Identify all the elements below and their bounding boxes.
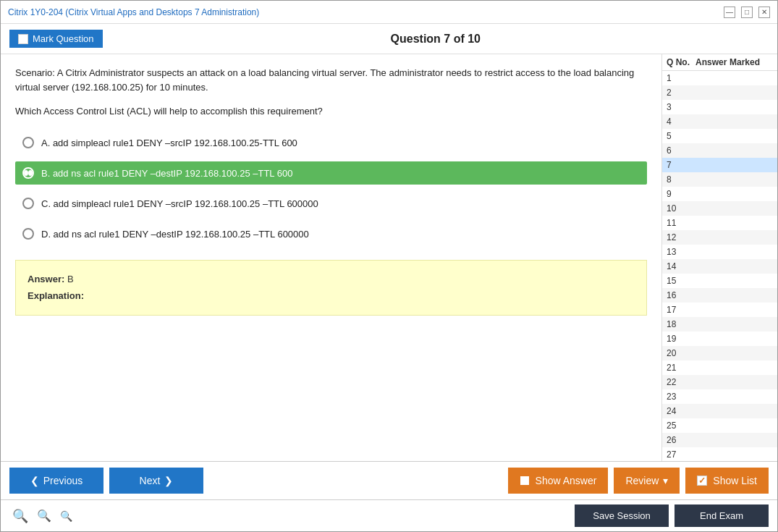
sidebar-q-num: 24	[667, 406, 695, 416]
sidebar-q-num: 5	[667, 131, 695, 141]
sidebar-q-num: 20	[667, 348, 695, 358]
sidebar-row[interactable]: 26	[662, 433, 777, 447]
sidebar-row[interactable]: 17	[662, 303, 777, 317]
mark-question-button[interactable]: Mark Question	[9, 30, 103, 48]
sidebar-row[interactable]: 22	[662, 375, 777, 389]
sidebar-row[interactable]: 21	[662, 360, 777, 375]
col-marked: Marked	[730, 57, 773, 67]
col-answer: Answer	[695, 57, 730, 67]
question-prompt: Which Access Control List (ACL) will hel…	[15, 106, 647, 117]
mark-question-label: Mark Question	[33, 33, 94, 44]
sidebar-row[interactable]: 25	[662, 418, 777, 433]
minimize-button[interactable]: —	[724, 7, 735, 18]
answer-label: Answer:	[28, 274, 64, 284]
sidebar-q-num: 16	[667, 290, 695, 300]
maximize-button[interactable]: □	[741, 7, 753, 18]
show-answer-label: Show Answer	[536, 475, 597, 486]
zoom-in-button[interactable]: 🔍	[57, 509, 75, 523]
option-b[interactable]: B. add ns acl rule1 DENY –destIP 192.168…	[15, 161, 647, 185]
end-exam-label: End Exam	[700, 510, 743, 521]
sidebar-q-num: 11	[667, 218, 695, 228]
sidebar-row[interactable]: 8	[662, 172, 777, 187]
title-bar: Citrix 1Y0-204 (Citrix Virtual Apps and …	[1, 1, 777, 24]
sidebar-q-num: 13	[667, 247, 695, 257]
sidebar-q-num: 22	[667, 377, 695, 387]
sidebar-row[interactable]: 5	[662, 129, 777, 143]
top-bar: Mark Question Question 7 of 10	[1, 24, 777, 54]
answer-box: Answer: B Explanation:	[15, 260, 647, 316]
sidebar-q-num: 18	[667, 319, 695, 329]
option-c[interactable]: C. add simpleacl rule1 DENY –srcIP 192.1…	[15, 192, 647, 215]
sidebar-row[interactable]: 18	[662, 317, 777, 332]
sidebar-row[interactable]: 16	[662, 288, 777, 303]
sidebar-q-num: 10	[667, 203, 695, 214]
review-chevron: ▾	[663, 475, 668, 486]
sidebar-q-num: 19	[667, 334, 695, 344]
sidebar-q-num: 2	[667, 88, 695, 98]
main-body: Scenario: A Citrix Administrator suspect…	[1, 54, 777, 461]
sidebar-row[interactable]: 27	[662, 447, 777, 461]
footer-right-actions: Save Session End Exam	[575, 504, 769, 527]
main-window: Citrix 1Y0-204 (Citrix Virtual Apps and …	[0, 0, 778, 532]
show-list-button[interactable]: ✓ Show List	[685, 468, 769, 494]
window-controls: — □ ✕	[724, 7, 770, 18]
option-a-text: A. add simpleacl rule1 DENY –srcIP 192.1…	[41, 138, 297, 148]
zoom-reset-button[interactable]: 🔍	[34, 507, 54, 524]
option-d-radio	[22, 228, 34, 240]
option-c-text: C. add simpleacl rule1 DENY –srcIP 192.1…	[41, 198, 318, 209]
sidebar-row[interactable]: 3	[662, 100, 777, 114]
footer-bar: 🔍 🔍 🔍 Save Session End Exam	[1, 499, 777, 531]
next-button[interactable]: Next	[109, 468, 203, 494]
sidebar-q-num: 1	[667, 73, 695, 83]
sidebar-q-num: 17	[667, 305, 695, 315]
sidebar-row[interactable]: 20	[662, 346, 777, 360]
sidebar-q-num: 8	[667, 174, 695, 185]
sidebar-question-list[interactable]: 1 2 3 4 5 6 7 8	[662, 71, 777, 461]
option-b-text: B. add ns acl rule1 DENY –destIP 192.168…	[41, 168, 292, 179]
sidebar-row[interactable]: 6	[662, 143, 777, 158]
sidebar-q-num: 4	[667, 117, 695, 127]
previous-button[interactable]: Previous	[9, 468, 103, 494]
save-session-label: Save Session	[593, 510, 651, 521]
show-list-icon: ✓	[697, 476, 707, 486]
show-answer-button[interactable]: Show Answer	[508, 468, 609, 494]
review-button[interactable]: Review ▾	[614, 468, 680, 494]
sidebar-q-num: 14	[667, 261, 695, 271]
col-qno: Q No.	[667, 57, 695, 67]
sidebar-row[interactable]: 15	[662, 274, 777, 288]
end-exam-button[interactable]: End Exam	[675, 504, 769, 527]
option-d-text: D. add ns acl rule1 DENY –destIP 192.168…	[41, 229, 309, 240]
question-title: Question 7 of 10	[103, 33, 769, 46]
content-area: Mark Question Question 7 of 10 Scenario:…	[1, 24, 777, 531]
close-button[interactable]: ✕	[758, 7, 770, 18]
sidebar-row[interactable]: 4	[662, 114, 777, 129]
mark-question-icon	[18, 34, 28, 44]
sidebar-row[interactable]: 1	[662, 71, 777, 85]
review-label: Review	[625, 475, 659, 486]
sidebar-row[interactable]: 9	[662, 187, 777, 201]
sidebar-row[interactable]: 2	[662, 85, 777, 100]
sidebar-q-num: 27	[667, 449, 695, 460]
sidebar-q-num: 3	[667, 102, 695, 112]
option-c-radio	[22, 198, 34, 209]
zoom-out-button[interactable]: 🔍	[9, 507, 31, 525]
save-session-button[interactable]: Save Session	[575, 504, 669, 527]
zoom-controls: 🔍 🔍 🔍	[9, 507, 75, 525]
window-title: Citrix 1Y0-204 (Citrix Virtual Apps and …	[8, 7, 259, 17]
sidebar-row[interactable]: 23	[662, 389, 777, 404]
sidebar-row[interactable]: 10	[662, 201, 777, 216]
sidebar-q-num: 9	[667, 189, 695, 199]
sidebar-row[interactable]: 14	[662, 259, 777, 274]
answer-value: B	[67, 274, 74, 284]
sidebar-row[interactable]: 19	[662, 332, 777, 346]
scenario-text: Scenario: A Citrix Administrator suspect…	[15, 66, 647, 94]
sidebar-row[interactable]: 12	[662, 230, 777, 245]
sidebar-row[interactable]: 13	[662, 245, 777, 259]
next-label: Next	[140, 475, 161, 486]
option-a[interactable]: A. add simpleacl rule1 DENY –srcIP 192.1…	[15, 131, 647, 154]
sidebar-row[interactable]: 24	[662, 404, 777, 418]
sidebar-row[interactable]: 11	[662, 216, 777, 230]
sidebar-row[interactable]: 7	[662, 158, 777, 172]
show-list-label: Show List	[713, 475, 757, 486]
option-d[interactable]: D. add ns acl rule1 DENY –destIP 192.168…	[15, 222, 647, 245]
